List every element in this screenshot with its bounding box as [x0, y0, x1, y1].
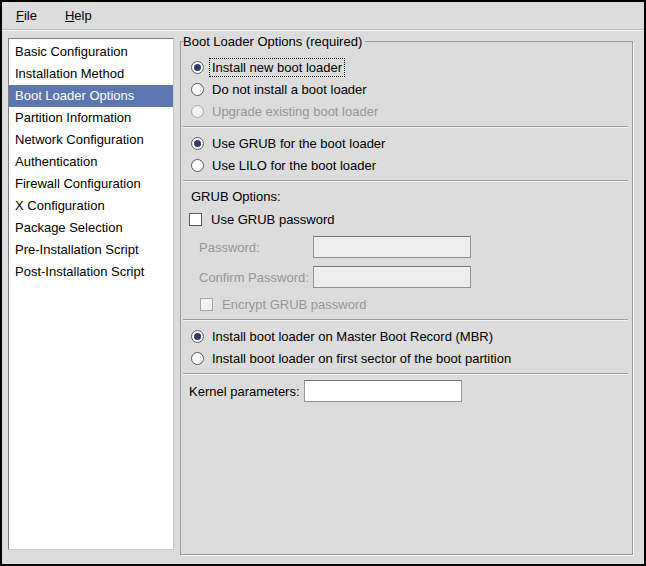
sidebar-item-pre-installation-script[interactable]: Pre-Installation Script: [9, 239, 173, 261]
checkbox-icon[interactable]: [189, 213, 202, 226]
frame-title: Boot Loader Options (required): [183, 34, 365, 49]
separator: [183, 180, 628, 182]
sidebar-item-post-installation-script[interactable]: Post-Installation Script: [9, 261, 173, 283]
password-label: Password:: [199, 240, 313, 255]
radio-icon[interactable]: [191, 352, 204, 365]
sidebar-item-package-selection[interactable]: Package Selection: [9, 217, 173, 239]
radio-use-grub[interactable]: Use GRUB for the boot loader: [191, 132, 630, 154]
menu-help-label: Help: [65, 8, 92, 23]
confirm-password-input[interactable]: [313, 266, 471, 288]
radio-icon[interactable]: [191, 159, 204, 172]
confirm-password-label: Confirm Password:: [199, 270, 313, 285]
separator: [183, 126, 628, 128]
kernel-parameters-input[interactable]: [304, 380, 462, 402]
sidebar-item-basic-configuration[interactable]: Basic Configuration: [9, 41, 173, 63]
radio-label: Use LILO for the boot loader: [210, 157, 378, 174]
kernel-parameters-label: Kernel parameters:: [189, 384, 304, 399]
radio-icon[interactable]: [191, 61, 204, 74]
menu-file[interactable]: File: [8, 4, 45, 27]
kernel-parameters-row: Kernel parameters:: [189, 379, 630, 403]
checkbox-label: Use GRUB password: [209, 211, 337, 228]
separator: [183, 373, 628, 375]
radio-icon: [191, 105, 204, 118]
grub-options-heading: GRUB Options:: [191, 186, 630, 208]
radio-label: Do not install a boot loader: [210, 81, 369, 98]
checkbox-use-grub-password[interactable]: Use GRUB password: [189, 208, 630, 230]
radio-icon[interactable]: [191, 137, 204, 150]
radio-label: Install boot loader on Master Boot Recor…: [210, 328, 495, 345]
sidebar-item-firewall-configuration[interactable]: Firewall Configuration: [9, 173, 173, 195]
radio-do-not-install-boot-loader[interactable]: Do not install a boot loader: [191, 78, 630, 100]
radio-label: Use GRUB for the boot loader: [210, 135, 387, 152]
checkbox-icon: [200, 298, 213, 311]
radio-icon[interactable]: [191, 83, 204, 96]
radio-label: Install new boot loader: [210, 59, 344, 76]
radio-label: Upgrade existing boot loader: [210, 103, 380, 120]
radio-label: Install boot loader on first sector of t…: [210, 350, 513, 367]
radio-install-new-boot-loader[interactable]: Install new boot loader: [191, 56, 630, 78]
sidebar-item-authentication[interactable]: Authentication: [9, 151, 173, 173]
menubar: File Help: [2, 2, 644, 30]
kickstart-configurator-window: File Help Basic Configuration Installati…: [0, 0, 646, 566]
boot-loader-options-frame: Boot Loader Options (required) Install n…: [180, 34, 633, 555]
radio-upgrade-existing-boot-loader[interactable]: Upgrade existing boot loader: [191, 100, 630, 122]
category-list: Basic Configuration Installation Method …: [8, 38, 174, 550]
checkbox-label: Encrypt GRUB password: [220, 296, 369, 313]
sidebar-item-installation-method[interactable]: Installation Method: [9, 63, 173, 85]
menu-help[interactable]: Help: [57, 4, 100, 27]
sidebar-item-x-configuration[interactable]: X Configuration: [9, 195, 173, 217]
radio-use-lilo[interactable]: Use LILO for the boot loader: [191, 154, 630, 176]
separator: [183, 319, 628, 321]
sidebar-item-network-configuration[interactable]: Network Configuration: [9, 129, 173, 151]
password-row: Password:: [199, 235, 630, 259]
sidebar-item-boot-loader-options[interactable]: Boot Loader Options: [9, 85, 173, 107]
radio-install-on-mbr[interactable]: Install boot loader on Master Boot Recor…: [191, 325, 630, 347]
menu-file-label: File: [16, 8, 37, 23]
sidebar-item-partition-information[interactable]: Partition Information: [9, 107, 173, 129]
radio-install-on-first-sector[interactable]: Install boot loader on first sector of t…: [191, 347, 630, 369]
confirm-password-row: Confirm Password:: [199, 265, 630, 289]
radio-icon[interactable]: [191, 330, 204, 343]
password-input[interactable]: [313, 236, 471, 258]
checkbox-encrypt-grub-password[interactable]: Encrypt GRUB password: [200, 293, 630, 315]
